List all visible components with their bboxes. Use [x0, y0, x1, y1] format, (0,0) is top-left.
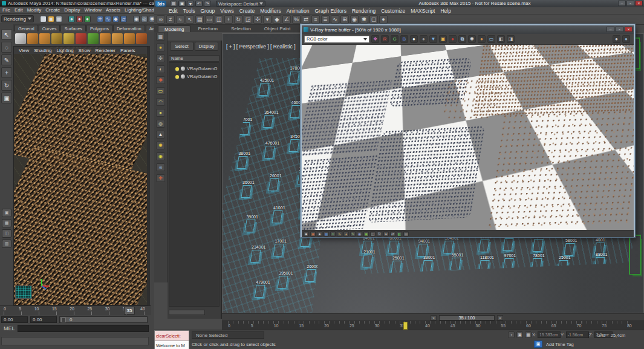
lut-icon[interactable]: ▲	[343, 231, 349, 236]
track-mouse-icon[interactable]: ✺	[468, 35, 476, 43]
material-editor-icon[interactable]: ◉	[350, 15, 359, 24]
close-button[interactable]: ×	[625, 27, 633, 32]
vfb-channel-dropdown[interactable]: RGB color	[304, 36, 369, 43]
crowd-proxy-id-label[interactable]: 25001	[392, 256, 404, 260]
previous-frame-button[interactable]: <	[431, 315, 437, 321]
crowd-proxy-id-label[interactable]: 78001	[533, 253, 544, 258]
max-menu-item[interactable]: Graph Editors	[314, 8, 346, 14]
mirror-icon[interactable]: ⇄	[302, 15, 310, 24]
current-frame-field[interactable]: 35 / 100	[439, 315, 495, 321]
maya-panel-menu-item[interactable]: Panels	[120, 48, 135, 53]
maya-range-slider[interactable]: 0	[59, 316, 148, 323]
shelf-run-icon[interactable]	[39, 33, 50, 44]
max-menu-item[interactable]: Customize	[381, 8, 405, 14]
rendered-frame-icon[interactable]: ▢	[369, 15, 378, 24]
crowd-proxy-id-label[interactable]: 425001	[260, 78, 274, 82]
crowd-proxy-id-label[interactable]: 395001	[279, 271, 293, 275]
ribbon-shell-icon[interactable]: ◍	[156, 120, 165, 128]
layout-two-pane-icon[interactable]: ◫	[2, 229, 11, 238]
visibility-bulb-icon[interactable]	[175, 67, 179, 71]
select-component-mask-icon[interactable]: ●	[84, 16, 91, 22]
maxscript-mini-listener[interactable]: clearSelecti: Welcome to M	[154, 330, 189, 349]
track-bar-frame-marker[interactable]	[403, 322, 408, 330]
shelf-surface-red-icon[interactable]	[51, 33, 62, 44]
max-menu-item[interactable]: Views	[220, 8, 234, 14]
crowd-proxy-id-label[interactable]: 17001	[275, 239, 286, 243]
percent-snap-icon[interactable]: %	[292, 15, 301, 24]
maya-panel-menu-item[interactable]: Lighting	[57, 48, 74, 53]
blue-channel-icon[interactable]: B	[400, 35, 408, 43]
max-menu-item[interactable]: Animation	[287, 8, 310, 14]
maya-mel-label[interactable]: MEL	[4, 325, 15, 331]
levels-icon[interactable]: ≋	[330, 231, 336, 236]
add-time-tag-label[interactable]: Add Time Tag	[546, 342, 574, 347]
maya-shelf-tab[interactable]: Deformation	[113, 25, 145, 31]
ribbon-rain-icon[interactable]: ≋	[156, 163, 165, 171]
ribbon-cone-icon[interactable]: ▲	[156, 131, 165, 139]
ribbon-lightbulb-icon[interactable]: ●	[156, 44, 165, 51]
maya-range-end-field[interactable]: 0.00	[30, 316, 57, 323]
maya-shelf-tab[interactable]: Curves	[39, 25, 60, 31]
select-tool-icon[interactable]: ↖	[1, 29, 12, 40]
max-ribbon-tab[interactable]: Freeform	[192, 25, 223, 31]
crowd-proxy-id-label[interactable]: 33001	[423, 255, 435, 259]
crowd-proxy-id-label[interactable]: 496001	[231, 85, 245, 90]
crowd-proxy-id-label[interactable]: 476001	[265, 141, 279, 145]
ribbon-sun-icon[interactable]: ✺	[156, 142, 165, 149]
snap-plane-icon[interactable]: ▱	[120, 16, 127, 22]
y-coordinate-field[interactable]: -1.56cm	[566, 331, 589, 338]
listener-macro-line[interactable]: clearSelecti:	[155, 331, 189, 341]
ribbon-bone-icon[interactable]: ✚	[156, 174, 165, 182]
maya-shelf-tab[interactable]: Animation	[146, 25, 154, 31]
ribbon-list2-icon[interactable]: ▦	[156, 33, 165, 41]
select-move-icon[interactable]: +	[224, 15, 233, 24]
maya-menu-item[interactable]: Edit	[15, 7, 23, 13]
shelf-crowd2-icon[interactable]	[112, 33, 123, 44]
selection-lock-icon[interactable]: ▣	[516, 331, 523, 338]
scene-explorer-item[interactable]: VRayGolaemO	[169, 65, 219, 73]
stamp-icon[interactable]: ●	[622, 35, 630, 43]
bind-spacewarp-icon[interactable]: ≈	[176, 15, 184, 24]
snap-point-icon[interactable]: ◆	[112, 16, 119, 22]
ab-swap-icon[interactable]: ◧	[397, 231, 402, 236]
crowd-proxy-id-label[interactable]: 97001	[504, 253, 516, 258]
max-menu-item[interactable]: Group	[201, 8, 215, 14]
save-file-icon[interactable]: ▼	[187, 1, 194, 7]
maya-menu-item[interactable]: Display	[64, 7, 80, 13]
crowd-proxy-id-label[interactable]: 38001	[238, 151, 250, 155]
minimize-button[interactable]: –	[618, 1, 626, 6]
layer-manager-icon[interactable]: ≣	[321, 15, 330, 24]
load-image-icon[interactable]: ▣	[439, 35, 447, 43]
select-object-icon[interactable]: ↖	[186, 15, 194, 24]
crowd-proxy-id-label[interactable]: 260001	[307, 264, 320, 269]
region-render-icon[interactable]: ▭	[487, 35, 495, 43]
maya-mel-input[interactable]	[18, 325, 149, 332]
maya-mode-dropdown[interactable]: Rendering	[1, 15, 34, 22]
undo-icon[interactable]: ↶	[195, 1, 203, 7]
unlink-icon[interactable]: ≠	[166, 15, 175, 24]
red-channel-icon[interactable]: R	[381, 35, 389, 43]
time-tag-icon[interactable]: ▣	[534, 341, 542, 348]
max-app-logo[interactable]: 3ds	[155, 1, 166, 7]
ribbon-helper-icon[interactable]: ✣	[156, 54, 165, 62]
shelf-characters-icon[interactable]	[27, 33, 38, 44]
next-frame-button[interactable]: >	[497, 315, 503, 321]
crowd-proxy-id-label[interactable]: 58001	[565, 238, 577, 243]
scene-explorer-tab[interactable]: Display	[195, 42, 218, 51]
window-crossing-icon[interactable]: ◫	[215, 15, 223, 24]
exposure-icon[interactable]: ▦	[324, 231, 329, 236]
pixel-info-icon[interactable]: ◫	[370, 231, 376, 236]
save-scene-icon[interactable]: ▦	[56, 16, 62, 22]
stereo-icon[interactable]: ⧉	[377, 231, 382, 236]
crowd-proxy-id-label[interactable]: 21001	[363, 250, 375, 254]
maya-menu-item[interactable]: Modify	[27, 7, 42, 13]
maya-menu-item[interactable]: Assets	[106, 7, 120, 13]
shelf-surface-yellow-icon[interactable]	[63, 33, 74, 44]
layout-single-icon[interactable]: ▣	[2, 209, 11, 217]
info-icon[interactable]: ▤	[403, 231, 409, 236]
select-hierarchy-icon[interactable]: ●	[68, 16, 75, 22]
histogram-h-icon[interactable]: H	[383, 231, 389, 236]
ipr-render-icon[interactable]: ◎	[141, 16, 148, 22]
show-corrections-icon[interactable]: ▣	[310, 231, 316, 236]
clear-image-icon[interactable]: ●	[449, 35, 457, 43]
